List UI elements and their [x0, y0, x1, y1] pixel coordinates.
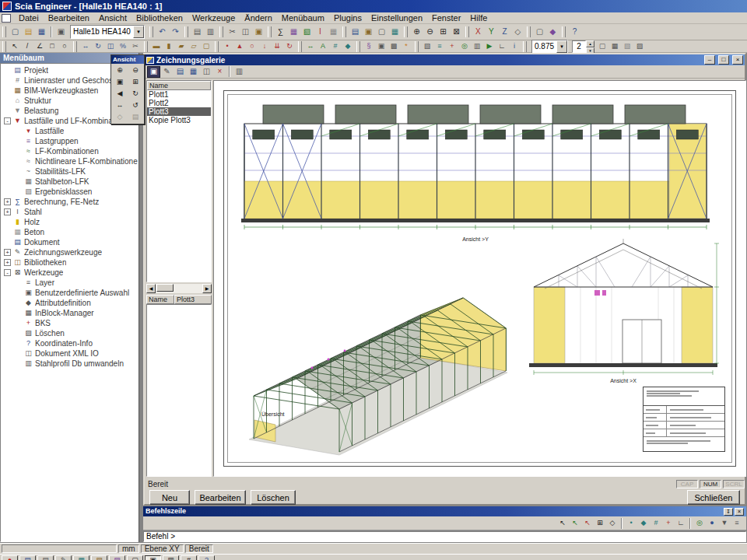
title-bar[interactable]: Scia Engineer - [Halle1b HEA140 : 1]: [0, 0, 747, 12]
axonometry-icon[interactable]: ◇: [511, 26, 524, 38]
gallery-item-plott2[interactable]: Plott2: [147, 99, 211, 107]
view-1-icon[interactable]: ▢: [127, 555, 143, 560]
tree-item-lastgruppen[interactable]: ≡Lastgruppen: [1, 136, 138, 146]
clipping-icon[interactable]: ▨: [633, 41, 646, 52]
layers-icon[interactable]: ≡: [433, 41, 446, 52]
paste-icon[interactable]: ▣: [252, 26, 265, 38]
tree-item-inblock-manager[interactable]: ▦InBlock-Manager: [1, 308, 138, 318]
plot-list-header[interactable]: Name: [147, 81, 211, 90]
light-icon[interactable]: *: [400, 41, 412, 52]
help-icon[interactable]: ?: [568, 26, 581, 38]
trim-icon[interactable]: ✂: [129, 41, 142, 52]
count-spinner[interactable]: 2 ▴▾: [572, 40, 594, 53]
zoom-in-icon[interactable]: ⊕: [112, 65, 128, 76]
print-preview-icon[interactable]: ▥: [204, 26, 217, 38]
redraw-icon[interactable]: ↺: [128, 100, 143, 111]
tree-item-l-schen[interactable]: ▨Löschen: [1, 328, 138, 338]
info-icon[interactable]: i: [508, 41, 521, 52]
table-tool-icon[interactable]: ▦: [73, 555, 89, 560]
clip-box-icon[interactable]: ▥: [471, 41, 483, 52]
zoom-in-icon[interactable]: ⊕: [410, 26, 423, 38]
cursor-select-icon[interactable]: ↖: [556, 518, 569, 529]
expand-icon[interactable]: +: [4, 198, 11, 205]
menu-plugins[interactable]: Plugins: [329, 13, 366, 23]
circle-icon[interactable]: ○: [58, 41, 71, 52]
tree-item-beton[interactable]: ▦Beton: [1, 227, 138, 237]
move-icon[interactable]: ↔: [79, 41, 92, 52]
results-icon[interactable]: ▧: [300, 26, 314, 38]
panel-close-icon[interactable]: ×: [735, 508, 744, 516]
property-name-header[interactable]: Name: [146, 295, 174, 304]
cursor-polygon-icon[interactable]: ◇: [606, 518, 619, 529]
cursor-remove-icon[interactable]: ↖: [581, 518, 594, 529]
scale-dropdown-icon[interactable]: ▾: [556, 40, 567, 53]
zoom-all-icon[interactable]: ▣: [112, 76, 128, 88]
scroll-left-icon[interactable]: ◀: [146, 284, 156, 293]
polyline-icon[interactable]: ∠: [33, 41, 46, 52]
tracking-icon[interactable]: ≡: [731, 518, 743, 529]
expand-icon[interactable]: +: [4, 208, 11, 215]
menu--ndern[interactable]: Ändern: [240, 13, 276, 23]
menu-men-baum[interactable]: Menübaum: [277, 13, 329, 23]
menu-bearbeiten[interactable]: Bearbeiten: [44, 13, 94, 23]
snap-point-icon[interactable]: •: [625, 518, 637, 529]
zoom-out-icon[interactable]: ⊖: [423, 26, 437, 38]
view-y-icon[interactable]: Y: [485, 26, 498, 38]
plate-icon[interactable]: ▰: [175, 41, 188, 52]
palette-title[interactable]: Ansicht: [111, 55, 144, 64]
pointer-icon[interactable]: ↖: [9, 41, 21, 52]
picture-wizard-icon[interactable]: ▣: [147, 66, 160, 78]
transparent-mode-icon[interactable]: ▧: [621, 41, 633, 52]
tree-item-stahl[interactable]: +IStahl: [1, 207, 138, 217]
tree-item-stahlbeton-lfk[interactable]: ▦Stahlbeton-LFK: [1, 177, 138, 187]
property-name-value[interactable]: Plott3: [174, 295, 212, 304]
measure-icon[interactable]: ∟: [496, 41, 508, 52]
tree-item-dokument-xml-io[interactable]: ◫Dokument XML IO: [1, 348, 138, 359]
tree-item-benutzerdefinierte-auswahl[interactable]: ▣Benutzerdefinierte Auswahl: [1, 288, 138, 298]
edit-picture-icon[interactable]: ✎: [160, 66, 174, 78]
save-icon[interactable]: ▦: [35, 26, 48, 38]
model-cube-icon[interactable]: ▧: [91, 555, 107, 560]
zoom-out-icon[interactable]: ⊖: [128, 65, 143, 76]
menu-fenster[interactable]: Fenster: [427, 13, 465, 23]
rotate-view-icon[interactable]: ↻: [128, 88, 143, 100]
pan-icon[interactable]: ↔: [112, 100, 128, 111]
spin-up-icon[interactable]: ▴: [586, 40, 594, 47]
expand-icon[interactable]: +: [4, 259, 11, 266]
print-view-icon[interactable]: ▤: [128, 111, 143, 123]
tree-item-stabilit-ts-lfk[interactable]: ~Stabilitäts-LFK: [1, 166, 138, 177]
result-table-icon[interactable]: ▦: [388, 26, 402, 38]
gallery-item-plott1[interactable]: Plott1: [147, 90, 211, 99]
fe-mesh-icon[interactable]: ▦: [287, 26, 300, 38]
node-icon[interactable]: •: [221, 41, 233, 52]
view-z-icon[interactable]: Z: [498, 26, 511, 38]
filter-icon[interactable]: ▼: [718, 518, 731, 529]
snap-icon[interactable]: ◆: [342, 41, 354, 52]
chart-tool-icon[interactable]: ▨: [109, 555, 125, 560]
picture-to-document-icon[interactable]: ▤: [174, 66, 187, 78]
origin-icon[interactable]: ◎: [458, 41, 471, 52]
tree-item-bibliotheken[interactable]: +◫Bibliotheken: [1, 257, 138, 268]
rectangle-icon[interactable]: □: [46, 41, 58, 52]
close-dialog-button[interactable]: Schließen: [687, 490, 740, 505]
minimize-icon[interactable]: –: [704, 55, 715, 65]
collapse-icon[interactable]: -: [4, 269, 11, 276]
command-panel-caption[interactable]: Befehlszeile ↧ ×: [143, 506, 746, 516]
cursor-add-icon[interactable]: ↖: [569, 518, 581, 529]
project-combo[interactable]: Halle1b HEA140 ▾: [70, 25, 145, 39]
paperspace-icon[interactable]: ▢: [375, 26, 388, 38]
tree-item-koordinaten-info[interactable]: ?Koordinaten-Info: [1, 338, 138, 348]
project-doc-icon[interactable]: ▤: [19, 555, 36, 560]
pin-icon[interactable]: ↧: [724, 508, 733, 516]
text-icon[interactable]: A: [317, 41, 329, 52]
zoom-previous-icon[interactable]: ◀: [112, 88, 128, 100]
ucs-icon[interactable]: +: [446, 41, 458, 52]
print-icon[interactable]: ▤: [191, 26, 204, 38]
new-project-icon[interactable]: ▢: [9, 26, 22, 38]
scia-red-icon[interactable]: ●: [2, 555, 18, 560]
copy-icon[interactable]: ◫: [239, 26, 252, 38]
tree-item-zeichnungswerkzeuge[interactable]: +✎Zeichnungswerkzeuge: [1, 247, 138, 257]
menu-werkzeuge[interactable]: Werkzeuge: [188, 13, 240, 23]
delete-button[interactable]: Löschen: [251, 490, 296, 505]
delete-picture-icon[interactable]: ×: [213, 66, 226, 78]
